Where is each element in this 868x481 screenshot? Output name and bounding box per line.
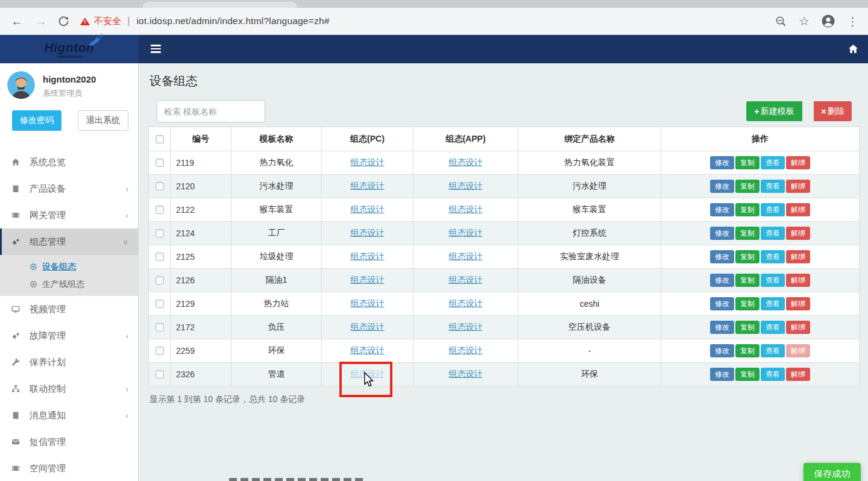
copy-button[interactable]: 复制 bbox=[735, 250, 760, 263]
unbind-button[interactable]: 解绑 bbox=[786, 274, 810, 287]
view-button[interactable]: 查看 bbox=[761, 368, 785, 381]
scada-design-app-link[interactable]: 组态设计 bbox=[449, 298, 483, 308]
unbind-button[interactable]: 解绑 bbox=[786, 180, 810, 193]
row-checkbox[interactable] bbox=[156, 253, 164, 261]
scada-design-pc-link[interactable]: 组态设计 bbox=[351, 298, 385, 308]
scada-design-pc-link[interactable]: 组态设计 bbox=[351, 181, 385, 190]
view-button[interactable]: 查看 bbox=[761, 227, 785, 240]
browser-tab[interactable] bbox=[143, 2, 297, 8]
scada-design-app-link[interactable]: 组态设计 bbox=[449, 369, 483, 379]
unbind-button[interactable]: 解绑 bbox=[786, 321, 810, 334]
row-checkbox[interactable] bbox=[156, 300, 164, 308]
scada-design-pc-link[interactable]: 组态设计 bbox=[351, 251, 385, 261]
scada-design-pc-link[interactable]: 组态设计 bbox=[351, 204, 385, 214]
view-button[interactable]: 查看 bbox=[761, 321, 785, 334]
row-checkbox[interactable] bbox=[156, 323, 164, 332]
edit-button[interactable]: 修改 bbox=[710, 321, 734, 334]
edit-button[interactable]: 修改 bbox=[710, 180, 734, 193]
edit-button[interactable]: 修改 bbox=[710, 250, 734, 263]
row-checkbox[interactable] bbox=[156, 276, 164, 285]
reload-icon[interactable] bbox=[58, 16, 69, 27]
copy-button[interactable]: 复制 bbox=[735, 203, 760, 216]
scada-design-app-link[interactable]: 组态设计 bbox=[449, 157, 483, 167]
scada-design-pc-link[interactable]: 组态设计 bbox=[351, 345, 385, 355]
unbind-button[interactable]: 解绑 bbox=[786, 227, 810, 240]
unbind-button[interactable]: 解绑 bbox=[786, 250, 810, 263]
logo-area[interactable]: Hignton bbox=[0, 35, 139, 63]
sidebar-item-device-scada[interactable]: 设备组态 bbox=[0, 258, 138, 275]
scada-design-pc-link[interactable]: 组态设计 bbox=[351, 157, 385, 167]
row-checkbox[interactable] bbox=[156, 182, 164, 190]
row-checkbox[interactable] bbox=[156, 206, 164, 214]
row-checkbox[interactable] bbox=[156, 159, 164, 167]
back-icon[interactable]: ← bbox=[10, 15, 24, 27]
view-button[interactable]: 查看 bbox=[761, 274, 785, 287]
zoom-out-icon[interactable] bbox=[775, 16, 787, 27]
scada-design-app-link[interactable]: 组态设计 bbox=[449, 228, 483, 237]
unbind-button[interactable]: 解绑 bbox=[786, 203, 810, 216]
browser-profile-avatar[interactable] bbox=[822, 14, 835, 28]
hamburger-menu-icon[interactable] bbox=[151, 45, 161, 55]
row-checkbox[interactable] bbox=[156, 229, 164, 237]
view-button[interactable]: 查看 bbox=[761, 180, 785, 193]
sidebar-item-product-devices[interactable]: 产品设备‹ bbox=[0, 175, 138, 202]
forward-icon[interactable]: → bbox=[34, 15, 48, 27]
scada-design-pc-link[interactable]: 组态设计 bbox=[351, 275, 385, 285]
edit-button[interactable]: 修改 bbox=[710, 156, 734, 169]
sidebar-item-sms-management[interactable]: 短信管理 bbox=[0, 429, 138, 455]
sidebar-item-space-management[interactable]: 空间管理 bbox=[0, 455, 138, 481]
copy-button[interactable]: 复制 bbox=[735, 227, 760, 240]
new-template-button[interactable]: + 新建模板 bbox=[746, 101, 802, 121]
view-button[interactable]: 查看 bbox=[761, 297, 785, 310]
edit-button[interactable]: 修改 bbox=[710, 368, 734, 381]
unbind-button[interactable]: 解绑 bbox=[786, 344, 810, 357]
scada-design-app-link[interactable]: 组态设计 bbox=[449, 322, 483, 332]
edit-button[interactable]: 修改 bbox=[710, 297, 734, 310]
logout-button[interactable]: 退出系统 bbox=[78, 110, 128, 131]
sidebar-item-message-notify[interactable]: 消息通知‹ bbox=[0, 402, 138, 429]
sidebar-item-video-management[interactable]: 视频管理 bbox=[0, 296, 138, 322]
scada-design-app-link[interactable]: 组态设计 bbox=[449, 275, 483, 285]
sidebar-item-scada-management[interactable]: 组态管理∨ bbox=[0, 228, 138, 255]
sidebar-item-gateway-management[interactable]: 网关管理‹ bbox=[0, 202, 138, 228]
copy-button[interactable]: 复制 bbox=[735, 156, 760, 169]
copy-button[interactable]: 复制 bbox=[735, 297, 760, 310]
scada-design-pc-link[interactable]: 组态设计 bbox=[351, 322, 385, 332]
scada-design-pc-link[interactable]: 组态设计 bbox=[351, 228, 385, 237]
change-password-button[interactable]: 修改密码 bbox=[12, 110, 61, 131]
view-button[interactable]: 查看 bbox=[761, 344, 785, 357]
unbind-button[interactable]: 解绑 bbox=[786, 156, 810, 169]
view-button[interactable]: 查看 bbox=[761, 250, 785, 263]
scada-design-app-link[interactable]: 组态设计 bbox=[449, 204, 483, 214]
view-button[interactable]: 查看 bbox=[761, 156, 785, 169]
sidebar-item-system-overview[interactable]: 系统总览 bbox=[0, 149, 138, 175]
edit-button[interactable]: 修改 bbox=[710, 203, 734, 216]
copy-button[interactable]: 复制 bbox=[735, 344, 760, 357]
unbind-button[interactable]: 解绑 bbox=[786, 297, 810, 310]
browser-menu-icon[interactable]: ⋮ bbox=[847, 14, 858, 28]
copy-button[interactable]: 复制 bbox=[735, 274, 760, 287]
row-checkbox[interactable] bbox=[156, 347, 164, 355]
edit-button[interactable]: 修改 bbox=[710, 227, 734, 240]
sidebar-item-linkage-control[interactable]: 联动控制‹ bbox=[0, 376, 138, 402]
copy-button[interactable]: 复制 bbox=[735, 321, 760, 334]
view-button[interactable]: 查看 bbox=[761, 203, 785, 216]
sidebar-item-fault-management[interactable]: 故障管理‹ bbox=[0, 322, 138, 349]
copy-button[interactable]: 复制 bbox=[735, 180, 760, 193]
edit-button[interactable]: 修改 bbox=[710, 344, 734, 357]
select-all-checkbox[interactable] bbox=[156, 135, 164, 143]
sidebar-item-maintenance-plan[interactable]: 保养计划 bbox=[0, 349, 138, 376]
search-input[interactable] bbox=[157, 100, 265, 122]
address-bar-url[interactable]: iot.idosp.net/admin/index.html?language=… bbox=[136, 16, 329, 27]
row-checkbox[interactable] bbox=[156, 370, 164, 379]
unbind-button[interactable]: 解绑 bbox=[786, 368, 810, 381]
sidebar-item-line-scada[interactable]: 生产线组态 bbox=[0, 275, 138, 293]
bookmark-star-icon[interactable]: ☆ bbox=[799, 14, 810, 28]
home-icon[interactable] bbox=[848, 43, 859, 55]
delete-button[interactable]: × 删除 bbox=[814, 101, 852, 121]
scada-design-app-link[interactable]: 组态设计 bbox=[449, 181, 483, 190]
scada-design-app-link[interactable]: 组态设计 bbox=[449, 251, 483, 261]
scada-design-app-link[interactable]: 组态设计 bbox=[449, 345, 483, 355]
edit-button[interactable]: 修改 bbox=[710, 274, 734, 287]
copy-button[interactable]: 复制 bbox=[735, 368, 760, 381]
